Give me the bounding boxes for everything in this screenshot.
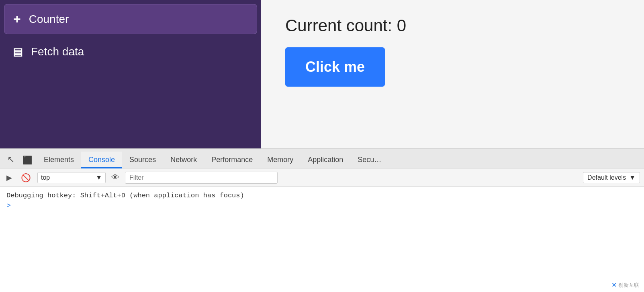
sidebar-item-fetch-data-label: Fetch data [31, 45, 84, 58]
tab-performance[interactable]: Performance [204, 152, 260, 168]
sidebar-item-fetch-data[interactable]: ▤ Fetch data [4, 38, 257, 65]
tab-memory[interactable]: Memory [260, 152, 301, 168]
tab-console[interactable]: Console [81, 152, 122, 168]
filter-input[interactable] [125, 172, 278, 184]
clear-button[interactable]: 🚫 [18, 171, 33, 184]
tab-security[interactable]: Secu… [350, 152, 388, 168]
console-toolbar: ▶ 🚫 top ▼ 👁 Default levels ▼ [0, 168, 644, 187]
default-levels-dropdown[interactable]: Default levels ▼ [583, 172, 640, 183]
tab-sources[interactable]: Sources [122, 152, 163, 168]
default-levels-label: Default levels [587, 174, 626, 181]
play-icon: ▶ [6, 173, 12, 182]
current-count: Current count: 0 [285, 16, 406, 35]
top-selector-label: top [41, 174, 92, 181]
tab-elements[interactable]: Elements [37, 152, 81, 168]
watermark: ✕ 创新互联 [611, 281, 639, 289]
watermark-text: 创新互联 [618, 282, 639, 289]
app-content: Current count: 0 Click me [261, 0, 644, 148]
block-icon: 🚫 [21, 173, 31, 182]
click-me-button[interactable]: Click me [285, 47, 385, 87]
tab-application[interactable]: Application [301, 152, 350, 168]
sidebar: + Counter ▤ Fetch data [0, 0, 261, 148]
devtools-panel: ↖ ⬛ Elements Console Sources Network Per… [0, 148, 644, 292]
tab-network[interactable]: Network [163, 152, 204, 168]
list-icon: ▤ [13, 46, 23, 58]
devtools-tabs: ↖ ⬛ Elements Console Sources Network Per… [0, 149, 644, 168]
levels-arrow: ▼ [629, 174, 636, 181]
console-message: Debugging hotkey: Shift+Alt+D (when appl… [6, 192, 638, 199]
top-selector-arrow: ▼ [96, 174, 102, 181]
top-selector[interactable]: top ▼ [37, 172, 106, 183]
plus-icon: + [13, 12, 21, 26]
tab-inspector-icon[interactable]: ↖ [3, 150, 18, 168]
console-cursor[interactable]: > [6, 202, 638, 210]
console-output: Debugging hotkey: Shift+Alt+D (when appl… [0, 187, 644, 292]
play-button[interactable]: ▶ [4, 172, 14, 184]
tab-device-icon[interactable]: ⬛ [18, 151, 37, 168]
eye-icon[interactable]: 👁 [110, 171, 121, 184]
sidebar-item-counter[interactable]: + Counter [4, 4, 257, 34]
watermark-icon: ✕ [611, 281, 617, 289]
main-area: + Counter ▤ Fetch data Current count: 0 … [0, 0, 644, 148]
sidebar-item-counter-label: Counter [29, 13, 69, 26]
